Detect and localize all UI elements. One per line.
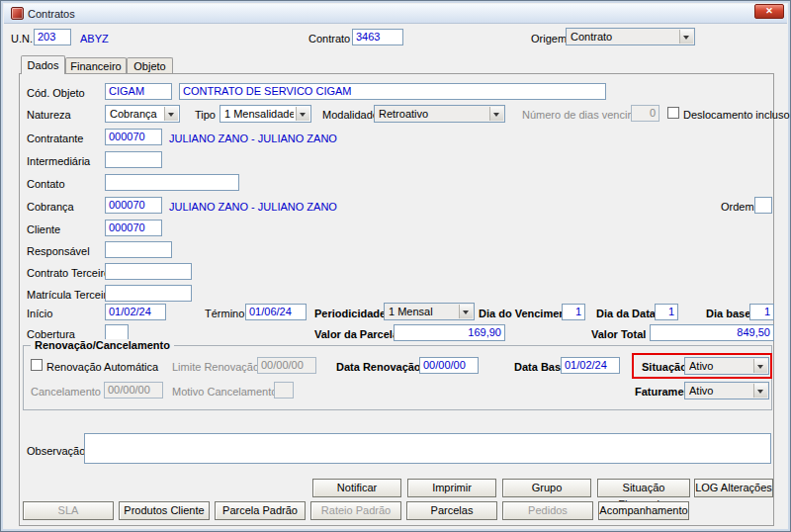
motivo-cancelamento-field xyxy=(274,382,294,399)
deslocamento-checkbox[interactable] xyxy=(667,107,679,119)
cancelamento-field: 00/00/00 xyxy=(104,382,163,399)
faturamento-select[interactable]: Ativo xyxy=(684,382,769,399)
periodicidade-select[interactable]: 1 Mensal xyxy=(384,303,475,320)
matricula-terceiro-field[interactable] xyxy=(105,285,192,302)
dia-base-field[interactable]: 1 xyxy=(749,304,774,320)
rateio-padrao-button: Rateio Padrão xyxy=(310,501,401,520)
chevron-down-icon xyxy=(296,107,309,121)
produtos-cliente-button[interactable]: Produtos Cliente xyxy=(119,501,210,520)
periodicidade-value: 1 Mensal xyxy=(389,306,457,318)
imprimir-button[interactable]: Imprimir xyxy=(407,479,496,497)
modalidade-select[interactable]: Retroativo xyxy=(374,105,505,123)
intermediaria-label: Intermediária xyxy=(27,155,90,168)
situacao-select[interactable]: Ativo xyxy=(684,357,769,375)
responsavel-label: Responsável xyxy=(27,245,90,258)
cobranca-field[interactable]: 000070 xyxy=(105,197,162,214)
cliente-label: Cliente xyxy=(27,223,60,236)
natureza-select[interactable]: Cobrança xyxy=(105,105,180,123)
cobranca-desc-text: JULIANO ZANO - JULIANO ZANO xyxy=(169,201,337,214)
origem-select[interactable]: Contrato xyxy=(566,28,695,45)
origem-label: Origem xyxy=(531,33,567,45)
contratante-desc-text: JULIANO ZANO - JULIANO ZANO xyxy=(169,133,337,145)
inicio-label: Início xyxy=(27,308,52,320)
parcelas-button[interactable]: Parcelas xyxy=(406,501,497,520)
chevron-down-icon xyxy=(753,359,767,373)
contato-field[interactable] xyxy=(105,174,239,191)
pedidos-button: Pedidos xyxy=(502,501,593,520)
observacao-label: Observação xyxy=(27,445,85,458)
un-field[interactable]: 203 xyxy=(34,29,71,45)
faturamento-value: Ativo xyxy=(689,385,751,398)
tab-objeto[interactable]: Objeto xyxy=(127,57,173,73)
natureza-value: Cobrança xyxy=(110,108,162,121)
dia-data-field[interactable]: 1 xyxy=(655,304,678,320)
data-base-label: Data Base xyxy=(514,361,567,374)
termino-label: Término xyxy=(205,308,244,320)
intermediaria-field[interactable] xyxy=(105,151,162,168)
tab-financeiro[interactable]: Financeiro xyxy=(65,57,127,73)
deslocamento-label: Deslocamento incluso xyxy=(683,109,790,122)
cobranca-label: Cobrança xyxy=(27,201,74,214)
chevron-down-icon xyxy=(164,107,178,121)
valor-total-field[interactable]: 849,50 xyxy=(650,324,774,341)
contrato-terceiro-field[interactable] xyxy=(105,263,192,280)
chevron-down-icon xyxy=(489,107,503,121)
data-renovacao-label: Data Renovação xyxy=(336,361,421,374)
inicio-field[interactable]: 01/02/24 xyxy=(105,304,166,320)
cliente-field[interactable]: 000070 xyxy=(105,220,162,236)
termino-field[interactable]: 01/06/24 xyxy=(245,304,307,320)
situacao-label: Situação xyxy=(642,361,687,374)
matricula-terceiro-label: Matrícula Terceiro xyxy=(27,289,113,302)
un-name-text: ABYZ xyxy=(80,33,109,45)
modalidade-label: Modalidade xyxy=(322,109,379,122)
motivo-cancelamento-label: Motivo Cancelamento xyxy=(172,386,277,399)
contrato-label: Contrato xyxy=(308,33,350,45)
tab-dados[interactable]: Dados xyxy=(21,55,65,74)
situacao-value: Ativo xyxy=(689,360,751,373)
grupo-button[interactable]: Grupo xyxy=(502,479,591,497)
natureza-label: Natureza xyxy=(27,109,71,122)
cod-objeto-desc-field[interactable]: CONTRATO DE SERVICO CIGAM xyxy=(179,83,606,100)
valor-total-label: Valor Total xyxy=(591,328,646,341)
dia-vencimento-field[interactable]: 1 xyxy=(562,304,585,320)
limite-renovacao-field: 00/00/00 xyxy=(257,357,316,374)
limite-renovacao-label: Limite Renovação xyxy=(172,361,259,374)
cod-objeto-field[interactable]: CIGAM xyxy=(105,83,172,100)
log-alteracoes-button[interactable]: LOG Alterações xyxy=(694,479,773,497)
contratante-label: Contratante xyxy=(27,133,83,145)
contrato-field[interactable]: 3463 xyxy=(352,29,403,45)
un-label: U.N. xyxy=(11,33,33,45)
contato-label: Contato xyxy=(27,178,65,191)
valor-parcela-field[interactable]: 169,90 xyxy=(394,324,505,341)
notificar-button[interactable]: Notificar xyxy=(312,479,401,497)
tipo-select[interactable]: 1 Mensalidade xyxy=(220,105,311,123)
cancelamento-label: Cancelamento xyxy=(31,386,101,399)
responsavel-field[interactable] xyxy=(105,241,172,258)
window-title: Contratos xyxy=(28,8,75,20)
periodicidade-label: Periodicidade xyxy=(314,308,386,320)
app-icon xyxy=(11,7,24,20)
ordem-field[interactable] xyxy=(754,197,772,214)
valor-parcela-label: Valor da Parcela xyxy=(314,328,398,341)
data-renovacao-field[interactable]: 00/00/00 xyxy=(419,357,479,374)
close-icon[interactable]: ✕ xyxy=(754,4,784,19)
chevron-down-icon xyxy=(459,305,473,318)
ordem-label: Ordem xyxy=(721,201,754,214)
origem-value: Contrato xyxy=(571,31,677,44)
situacao-financeira-button[interactable]: Situação Financeira xyxy=(597,479,690,497)
observacao-field[interactable] xyxy=(84,433,771,464)
parcela-padrao-button[interactable]: Parcela Padrão xyxy=(215,501,306,520)
contratante-field[interactable]: 000070 xyxy=(105,129,162,145)
chevron-down-icon xyxy=(679,30,693,44)
data-base-field[interactable]: 01/02/24 xyxy=(561,357,620,374)
chevron-down-icon xyxy=(753,384,767,398)
renovacao-automatica-checkbox[interactable] xyxy=(31,359,43,371)
renovacao-automatica-label: Renovação Automática xyxy=(46,361,158,374)
title-bar: Contratos xyxy=(4,4,787,24)
modalidade-value: Retroativo xyxy=(379,108,487,121)
tipo-value: 1 Mensalidade xyxy=(224,108,294,121)
sla-button: SLA xyxy=(23,501,114,520)
cod-objeto-label: Cód. Objeto xyxy=(27,87,85,100)
dias-vencimento-field: 0 xyxy=(631,105,659,122)
acompanhamento-button[interactable]: Acompanhamento xyxy=(598,501,689,520)
